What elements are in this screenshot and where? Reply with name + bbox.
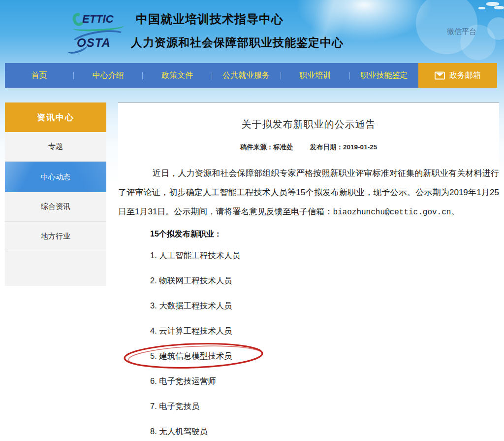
list-item-6: 6. 电子竞技运营师 xyxy=(150,369,499,394)
osta-logo[interactable]: OSTA xyxy=(73,33,124,52)
nav-item-home[interactable]: 首页 xyxy=(5,70,73,81)
article-title: 关于拟发布新职业的公示通告 xyxy=(118,118,499,131)
sidebar-item-center-news-active[interactable]: 中心动态 xyxy=(5,162,106,192)
sidebar-item-special-topics[interactable]: 专题 xyxy=(5,132,106,162)
article-panel: 关于拟发布新职业的公示通告 稿件来源：标准处 发布日期：2019-01-25 近… xyxy=(118,102,499,441)
list-item-8: 8. 无人机驾驶员 xyxy=(150,419,499,441)
cloud-decoration xyxy=(486,2,499,6)
list-item-4: 4. 云计算工程技术人员 xyxy=(150,318,499,343)
list-item-7: 7. 电子竞技员 xyxy=(150,394,499,419)
osta-wordmark: OSTA xyxy=(77,36,111,50)
cloud-decoration xyxy=(494,6,504,9)
cettic-logo-row[interactable]: ETTIC 中国就业培训技术指导中心 xyxy=(73,10,344,29)
site-title-cettic: 中国就业培训技术指导中心 xyxy=(136,11,284,27)
list-item-5-circled: 5. 建筑信息模型技术员 xyxy=(150,343,499,369)
nav-item-vocational-training[interactable]: 职业培训 xyxy=(281,70,349,81)
header: ETTIC 中国就业培训技术指导中心 OSTA 人力资源和社会保障部职业技能鉴定… xyxy=(73,10,344,52)
sidebar-item-comprehensive-news[interactable]: 综合资讯 xyxy=(5,192,106,222)
sidebar-footer-spacer xyxy=(5,251,106,286)
nav-links: 首页 中心介绍 政策文件 公共就业服务 职业培训 职业技能鉴定 xyxy=(5,63,418,88)
gov-mailbox-label: 政务邮箱 xyxy=(449,70,481,81)
wechat-platform-link[interactable]: 微信平台 xyxy=(447,27,476,36)
sidebar-header-news-center: 资讯中心 xyxy=(5,102,106,132)
nav-item-policy-documents[interactable]: 政策文件 xyxy=(143,70,211,81)
page: ETTIC 中国就业培训技术指导中心 OSTA 人力资源和社会保障部职业技能鉴定… xyxy=(0,0,504,441)
article-meta: 稿件来源：标准处 发布日期：2019-01-25 xyxy=(118,143,499,152)
cettic-logo[interactable]: ETTIC xyxy=(73,10,128,29)
list-item-1: 1. 人工智能工程技术人员 xyxy=(150,243,499,268)
site-title-osta: 人力资源和社会保障部职业技能鉴定中心 xyxy=(131,35,344,50)
envelope-icon xyxy=(435,71,445,80)
article-source: 稿件来源：标准处 xyxy=(240,143,293,151)
list-heading: 15个拟发布新职业： xyxy=(150,225,499,243)
list-item-5-text: 5. 建筑信息模型技术员 xyxy=(150,351,232,360)
nav-item-skill-appraisal[interactable]: 职业技能鉴定 xyxy=(350,70,418,81)
list-item-3: 3. 大数据工程技术人员 xyxy=(150,293,499,318)
article-paragraph: 近日，人力资源和社会保障部组织专家严格按照新职业评审标准对征集的新职业有关材料进… xyxy=(118,164,499,222)
sidebar: 资讯中心 专题 中心动态 综合资讯 地方行业 xyxy=(5,102,106,286)
paragraph-text-end: 。 xyxy=(451,207,459,216)
new-occupations-list: 15个拟发布新职业： 1. 人工智能工程技术人员 2. 物联网工程技术人员 3.… xyxy=(118,225,499,441)
cloud-decoration xyxy=(478,7,485,9)
contact-email: biaozhunchu@cettic.gov.cn xyxy=(333,208,451,217)
gov-mailbox-button[interactable]: 政务邮箱 xyxy=(418,63,497,88)
sidebar-item-local-industry[interactable]: 地方行业 xyxy=(5,222,106,251)
article-publish-date: 发布日期：2019-01-25 xyxy=(310,143,378,151)
list-item-2: 2. 物联网工程技术人员 xyxy=(150,268,499,293)
nav-item-public-employment[interactable]: 公共就业服务 xyxy=(212,70,281,81)
main-navigation: 首页 中心介绍 政策文件 公共就业服务 职业培训 职业技能鉴定 政务邮箱 xyxy=(5,63,497,88)
nav-item-center-intro[interactable]: 中心介绍 xyxy=(74,70,142,81)
osta-logo-row[interactable]: OSTA 人力资源和社会保障部职业技能鉴定中心 xyxy=(73,33,344,52)
